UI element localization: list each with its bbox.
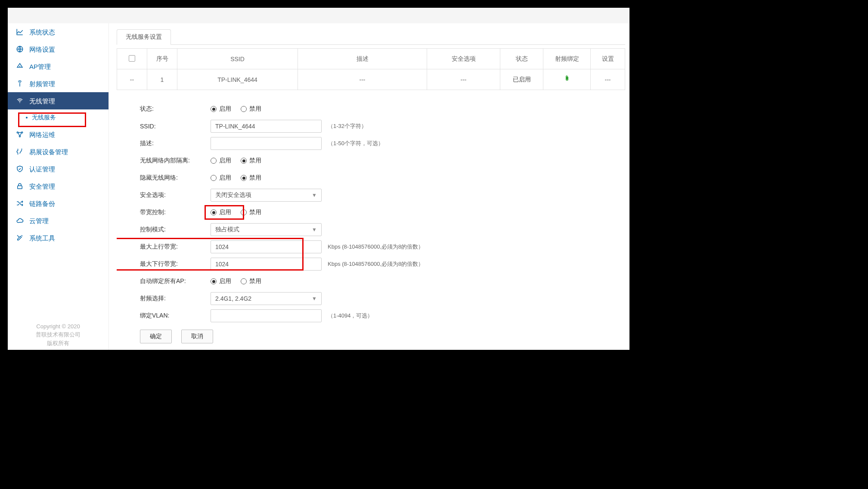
security-value: 关闭安全选项	[215, 191, 251, 199]
tab-wireless-settings[interactable]: 无线服务设置	[117, 29, 171, 45]
cell-state: 已启用	[500, 69, 543, 90]
radio-hide-disable[interactable]: 禁用	[241, 174, 261, 182]
sidebar-item-label: 系统状态	[29, 29, 55, 35]
select-all-checkbox[interactable]	[129, 55, 135, 62]
tab-bar: 无线服务设置	[117, 27, 625, 45]
radio-autoap-enable[interactable]: 启用	[211, 277, 231, 285]
radio-isolation-disable[interactable]: 禁用	[241, 157, 261, 165]
radio-state-disable[interactable]: 禁用	[241, 105, 261, 113]
sidebar-item-link-backup[interactable]: 链路备份	[8, 195, 108, 212]
row-upbw: 最大上行带宽: Kbps (8-1048576000,必须为8的倍数）	[140, 238, 625, 255]
copyright: Copyright © 2020 普联技术有限公司 版权所有	[8, 319, 108, 350]
ssid-form: 状态: 启用 禁用 SSID: （1-32个字符）	[117, 90, 625, 350]
svg-point-3	[19, 103, 20, 103]
row-isolation: 无线网络内部隔离: 启用 禁用	[140, 152, 625, 169]
upbw-input[interactable]	[211, 240, 322, 253]
cell-desc: ---	[298, 69, 427, 90]
cell-rfbind[interactable]	[543, 69, 591, 90]
bullet-icon	[26, 117, 28, 118]
antenna-icon	[16, 79, 24, 88]
chevron-down-icon: ▼	[312, 227, 317, 233]
sidebar-item-ap-manage[interactable]: AP管理	[8, 58, 108, 75]
radio-state-enable[interactable]: 启用	[211, 105, 231, 113]
sidebar-item-label: 认证管理	[29, 166, 55, 172]
svg-rect-8	[18, 186, 22, 189]
col-security: 安全选项	[427, 49, 500, 69]
sidebar-item-label: 无线管理	[29, 98, 55, 104]
hint-upbw: Kbps (8-1048576000,必须为8的倍数）	[328, 243, 424, 251]
svg-point-1	[19, 66, 20, 67]
hint-desc: （1-50个字符，可选）	[328, 140, 384, 147]
sidebar-item-label: 射频管理	[29, 81, 55, 87]
radio-hide-enable[interactable]: 启用	[211, 174, 231, 182]
shuffle-icon	[16, 199, 24, 208]
ctrlmode-select[interactable]: 独占模式 ▼	[211, 223, 322, 236]
wifi-icon	[16, 97, 24, 105]
cancel-button[interactable]: 取消	[181, 330, 213, 343]
sidebar-item-security-manage[interactable]: 安全管理	[8, 178, 108, 195]
sidebar-item-label: 云管理	[29, 218, 49, 224]
col-ssid: SSID	[177, 49, 298, 69]
cell-select: --	[117, 69, 147, 90]
col-state: 状态	[500, 49, 543, 69]
sidebar-item-label: 系统工具	[29, 235, 55, 241]
radio-bwctrl-enable[interactable]: 启用	[211, 209, 231, 216]
sidebar-item-system-tools[interactable]: 系统工具	[8, 229, 108, 246]
rfsel-value: 2.4G1, 2.4G2	[215, 295, 251, 302]
sidebar-item-wireless-manage[interactable]: 无线管理	[8, 92, 108, 109]
row-security: 安全选项: 关闭安全选项 ▼	[140, 187, 625, 204]
hint-ssid: （1-32个字符）	[328, 122, 367, 130]
row-ssid: SSID: （1-32个字符）	[140, 118, 625, 135]
svg-point-2	[19, 83, 20, 84]
globe-icon	[16, 45, 24, 53]
col-rfbind: 射频绑定	[543, 49, 591, 69]
sidebar-item-device-manage[interactable]: 易展设备管理	[8, 143, 108, 160]
radio-autoap-disable[interactable]: 禁用	[241, 277, 261, 285]
sidebar-item-label: 网络设置	[29, 46, 55, 53]
chevron-down-icon: ▼	[312, 192, 317, 198]
sidebar-item-label: 安全管理	[29, 183, 55, 190]
desc-input[interactable]	[211, 137, 322, 150]
cell-index: 1	[147, 69, 177, 90]
row-rfsel: 射频选择: 2.4G1, 2.4G2 ▼	[140, 290, 625, 307]
hint-vlan: （1-4094，可选）	[328, 312, 373, 320]
col-index: 序号	[147, 49, 177, 69]
row-hide: 隐藏无线网络: 启用 禁用	[140, 169, 625, 187]
cloud-icon	[16, 216, 24, 225]
sidebar-item-network-ops[interactable]: 网络运维	[8, 126, 108, 143]
row-state: 状态: 启用 禁用	[140, 100, 625, 118]
shield-check-icon	[16, 165, 24, 173]
vlan-input[interactable]	[211, 309, 322, 322]
ssid-input[interactable]	[211, 120, 322, 133]
sidebar: 系统状态 网络设置 AP管理 射频管理	[8, 23, 109, 350]
sidebar-item-network-settings[interactable]: 网络设置	[8, 40, 108, 58]
row-ctrlmode: 控制模式: 独占模式 ▼	[140, 221, 625, 238]
sidebar-item-label: 网络运维	[29, 131, 55, 138]
sidebar-item-label: 链路备份	[29, 200, 55, 207]
col-action: 设置	[591, 49, 625, 69]
sidebar-subitem-wireless-service[interactable]: 无线服务	[8, 109, 108, 126]
ap-icon	[16, 62, 24, 71]
main-content: 无线服务设置 序号 SSID 描述	[109, 23, 629, 350]
chart-line-icon	[16, 28, 24, 36]
row-autoap: 自动绑定所有AP: 启用 禁用	[140, 273, 625, 290]
downbw-input[interactable]	[211, 258, 322, 271]
rfsel-select[interactable]: 2.4G1, 2.4G2 ▼	[211, 292, 322, 305]
sidebar-item-auth-manage[interactable]: 认证管理	[8, 160, 108, 178]
chevron-down-icon: ▼	[312, 296, 317, 302]
ctrlmode-value: 独占模式	[215, 226, 239, 234]
svg-point-6	[19, 136, 21, 137]
sidebar-item-system-status[interactable]: 系统状态	[8, 23, 108, 40]
ok-button[interactable]: 确定	[140, 330, 172, 343]
radio-bwctrl-disable[interactable]: 禁用	[241, 209, 261, 216]
tools-icon	[16, 234, 24, 242]
sidebar-item-cloud-manage[interactable]: 云管理	[8, 212, 108, 229]
security-select[interactable]: 关闭安全选项 ▼	[211, 189, 322, 202]
sidebar-subitem-label: 无线服务	[32, 114, 56, 121]
radio-isolation-enable[interactable]: 启用	[211, 157, 231, 165]
device-icon	[16, 147, 24, 156]
sidebar-item-rf-manage[interactable]: 射频管理	[8, 75, 108, 92]
table-row[interactable]: -- 1 TP-LINK_4644 --- --- 已启用 ---	[117, 69, 625, 90]
row-downbw: 最大下行带宽: Kbps (8-1048576000,必须为8的倍数）	[140, 255, 625, 273]
svg-point-7	[21, 149, 22, 150]
